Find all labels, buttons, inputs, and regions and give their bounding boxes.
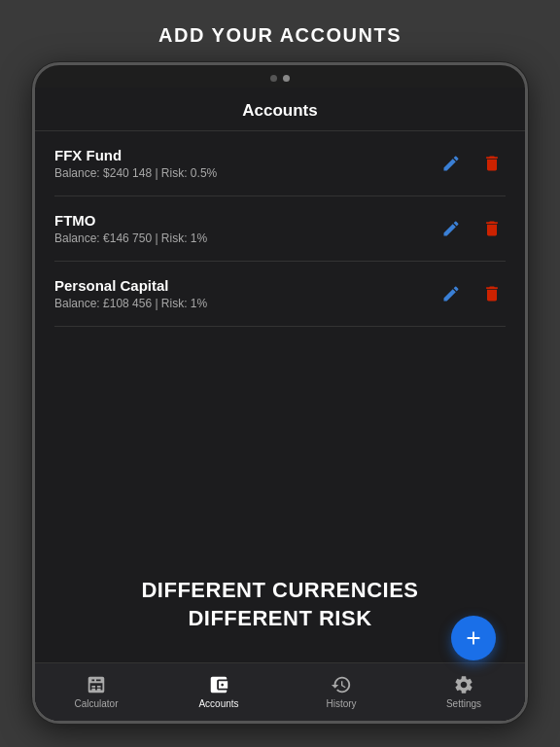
add-account-button[interactable] [451, 616, 496, 660]
nav-label-settings: Settings [446, 698, 481, 709]
account-details-ffx: Balance: $240 148 | Risk: 0.5% [54, 166, 438, 180]
edit-button-ffx[interactable] [438, 150, 465, 177]
account-name-personal: Personal Capital [54, 277, 438, 294]
account-item-ftmo: FTMO Balance: €146 750 | Risk: 1% [54, 196, 506, 262]
accounts-list: FFX Fund Balance: $240 148 | Risk: 0.5% [35, 131, 525, 549]
edit-button-ftmo[interactable] [438, 215, 465, 242]
screen-content: Accounts FFX Fund Balance: $240 148 | Ri… [35, 88, 525, 721]
account-name-ftmo: FTMO [54, 212, 438, 229]
account-name-ffx: FFX Fund [54, 147, 438, 163]
account-actions-ffx [438, 150, 506, 177]
nav-item-settings[interactable]: Settings [435, 674, 493, 709]
nav-label-history: History [326, 698, 356, 709]
account-details-personal: Balance: £108 456 | Risk: 1% [54, 297, 438, 310]
tablet-top-bar [35, 65, 525, 88]
account-details-ftmo: Balance: €146 750 | Risk: 1% [54, 231, 438, 245]
dot-2 [283, 75, 290, 82]
delete-button-ftmo[interactable] [478, 215, 506, 242]
bottom-nav: Calculator Accounts History Settings [35, 662, 525, 721]
history-icon [331, 674, 352, 695]
nav-header: Accounts [35, 88, 525, 131]
nav-item-accounts[interactable]: Accounts [190, 674, 248, 709]
nav-label-calculator: Calculator [74, 698, 118, 709]
account-actions-personal [438, 280, 506, 307]
nav-label-accounts: Accounts [198, 698, 238, 709]
account-item-ffx: FFX Fund Balance: $240 148 | Risk: 0.5% [54, 131, 506, 196]
delete-button-personal[interactable] [478, 280, 506, 307]
tablet-frame: Accounts FFX Fund Balance: $240 148 | Ri… [32, 62, 528, 724]
screen-title: Accounts [242, 101, 317, 121]
nav-item-calculator[interactable]: Calculator [67, 674, 125, 709]
settings-icon [453, 674, 474, 695]
account-actions-ftmo [438, 215, 506, 242]
account-info-personal: Personal Capital Balance: £108 456 | Ris… [54, 277, 438, 310]
edit-button-personal[interactable] [438, 280, 465, 307]
nav-item-history[interactable]: History [312, 674, 370, 709]
promo-text: DIFFERENT CURRENCIES DIFFERENT RISK [141, 577, 418, 632]
account-info-ffx: FFX Fund Balance: $240 148 | Risk: 0.5% [54, 147, 438, 180]
account-info-ftmo: FTMO Balance: €146 750 | Risk: 1% [54, 212, 438, 245]
calculator-icon [86, 674, 107, 695]
fab-container [451, 616, 496, 660]
account-item-personal: Personal Capital Balance: £108 456 | Ris… [54, 262, 506, 327]
page-title: ADD YOUR ACCOUNTS [158, 24, 402, 47]
dot-1 [270, 75, 277, 82]
accounts-icon [208, 674, 229, 695]
delete-button-ffx[interactable] [478, 150, 506, 177]
